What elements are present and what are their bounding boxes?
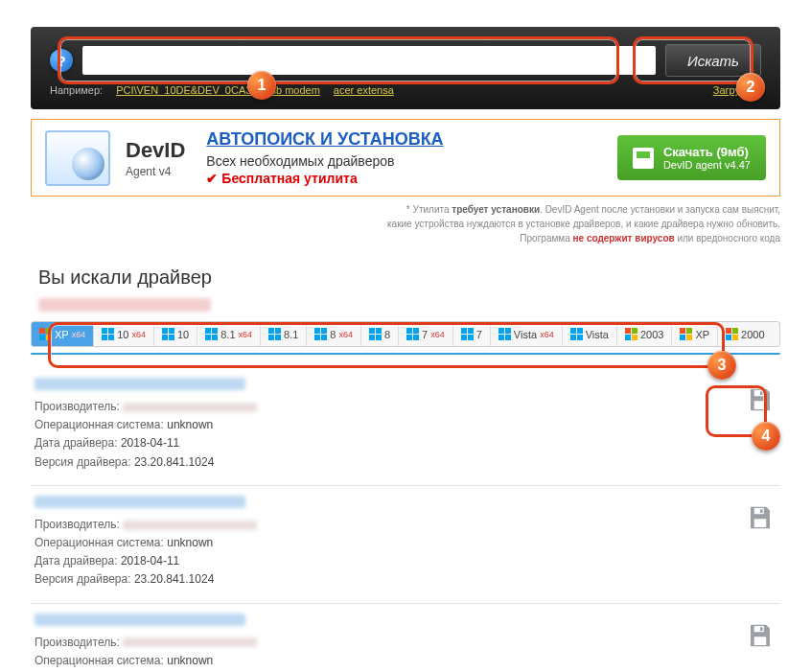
windows-icon <box>369 328 382 340</box>
example-link-3[interactable]: acer extensa <box>334 84 394 96</box>
results-heading: Вы искали драйвер <box>38 266 780 289</box>
search-bar: ? Искать Например: PCI\VEN_10DE&DEV_0CA3… <box>31 27 780 109</box>
os-tab-2003[interactable]: 2003 <box>617 322 672 346</box>
os-tab-label: XP <box>695 329 709 340</box>
label-os: Операционная система: <box>35 536 164 549</box>
search-button[interactable]: Искать <box>665 44 761 77</box>
help-icon[interactable]: ? <box>50 49 73 72</box>
os-tab-label: 8 <box>384 329 390 340</box>
label-date: Дата драйвера: <box>35 436 118 450</box>
os-tab-label: Vista <box>514 329 537 340</box>
label-manufacturer: Производитель: <box>35 518 120 531</box>
windows-icon <box>162 328 174 340</box>
promo-subtitle: Agent v4 <box>126 165 185 178</box>
label-manufacturer: Производитель: <box>35 400 120 413</box>
example-link-1[interactable]: PCI\VEN_10DE&DEV_0CA3 <box>116 84 251 96</box>
x64-badge: x64 <box>540 330 554 339</box>
promo-banner: DevID Agent v4 АВТОПОИСК И УСТАНОВКА Все… <box>31 119 780 197</box>
value-version: 23.20.841.1024 <box>134 572 214 586</box>
tabs-underline <box>31 353 780 355</box>
label-version: Версия драйвера: <box>35 572 131 586</box>
os-tab-2000[interactable]: 2000 <box>718 322 772 346</box>
save-icon <box>633 148 654 169</box>
windows-icon <box>39 328 52 340</box>
x64-badge: x64 <box>239 330 253 339</box>
value-os: unknown <box>167 536 213 549</box>
devid-logo-icon <box>45 130 110 186</box>
value-version: 23.20.841.1024 <box>134 455 214 469</box>
manufacturer-redacted <box>123 403 257 412</box>
label-version: Версия драйвера: <box>35 455 131 469</box>
os-tab-vista[interactable]: Vista <box>563 322 617 346</box>
windows-icon <box>314 328 327 340</box>
download-driver-button[interactable] <box>746 503 775 532</box>
manufacturer-redacted <box>123 637 257 647</box>
svg-rect-1 <box>760 509 763 513</box>
os-tab-7[interactable]: 7 <box>453 322 491 346</box>
os-tab-label: 2000 <box>741 329 764 340</box>
os-tab-8.1[interactable]: 8.1 <box>261 322 307 346</box>
install-note: * Утилита требует установки. DevID Agent… <box>31 202 780 245</box>
os-tabs: XPx6410x64108.1x648.18x6487x647Vistax64V… <box>31 321 780 347</box>
label-manufacturer: Производитель: <box>35 636 120 649</box>
os-tab-8.1-x64[interactable]: 8.1x64 <box>197 322 261 346</box>
windows-icon <box>570 328 583 340</box>
os-tab-10[interactable]: 10 <box>154 322 197 346</box>
result-item: Производитель: Операционная система: unk… <box>31 368 780 486</box>
windows-icon <box>625 328 637 340</box>
load-link[interactable]: Загрузить <box>713 84 761 96</box>
os-tab-label: 2003 <box>640 329 663 340</box>
value-os: unknown <box>167 418 213 431</box>
example-link-2[interactable]: usb modem <box>265 84 319 96</box>
label-os: Операционная система: <box>35 654 164 667</box>
svg-rect-2 <box>760 627 763 631</box>
os-tab-label: Vista <box>586 329 609 340</box>
os-tab-label: XP <box>55 329 69 340</box>
value-os: unknown <box>167 654 213 667</box>
windows-icon <box>726 328 738 340</box>
download-version: DevID agent v4.47 <box>663 159 751 171</box>
os-tab-8[interactable]: 8 <box>361 322 399 346</box>
download-agent-button[interactable]: Скачать (9мб) DevID agent v4.47 <box>617 135 766 180</box>
autosearch-link[interactable]: АВТОПОИСК И УСТАНОВКА <box>206 129 443 149</box>
promo-desc: Всех необходимых драйверов <box>206 153 443 169</box>
windows-icon <box>498 328 511 340</box>
os-tab-label: 10 <box>117 329 128 340</box>
windows-icon <box>461 328 474 340</box>
x64-badge: x64 <box>131 330 146 339</box>
windows-icon <box>268 328 281 340</box>
os-tab-label: 8 <box>330 329 336 340</box>
x64-badge: x64 <box>338 330 353 339</box>
svg-rect-0 <box>760 391 763 395</box>
os-tab-label: 7 <box>476 329 482 340</box>
download-size: Скачать (9мб) <box>663 145 751 159</box>
os-tab-label: 10 <box>177 329 189 340</box>
result-title-redacted <box>35 378 245 390</box>
search-input[interactable] <box>82 46 656 75</box>
windows-icon <box>102 328 114 340</box>
windows-icon <box>406 328 419 340</box>
example-label: Например: <box>50 84 103 96</box>
label-os: Операционная система: <box>35 418 164 431</box>
os-tab-10-x64[interactable]: 10x64 <box>94 322 154 346</box>
os-tab-vista-x64[interactable]: Vistax64 <box>491 322 563 346</box>
label-date: Дата драйвера: <box>35 554 118 568</box>
value-date: 2018-04-11 <box>121 554 179 568</box>
os-tab-xp[interactable]: XP <box>672 322 718 346</box>
os-tab-7-x64[interactable]: 7x64 <box>399 322 453 346</box>
x64-badge: x64 <box>72 330 86 339</box>
os-tab-label: 8.1 <box>284 329 298 340</box>
download-driver-button[interactable] <box>746 385 775 414</box>
result-title-redacted <box>35 496 245 508</box>
search-query-redacted <box>38 298 211 312</box>
promo-free: ✔Бесплатная утилита <box>206 171 443 186</box>
windows-icon <box>680 328 692 340</box>
os-tab-label: 7 <box>422 329 428 340</box>
os-tab-label: 8.1 <box>220 329 235 340</box>
os-tab-8-x64[interactable]: 8x64 <box>307 322 361 346</box>
windows-icon <box>205 328 218 340</box>
download-driver-button[interactable] <box>746 621 775 650</box>
manufacturer-redacted <box>123 521 257 530</box>
os-tab-xp-x64[interactable]: XPx64 <box>32 322 94 346</box>
promo-title: DevID <box>126 138 185 163</box>
